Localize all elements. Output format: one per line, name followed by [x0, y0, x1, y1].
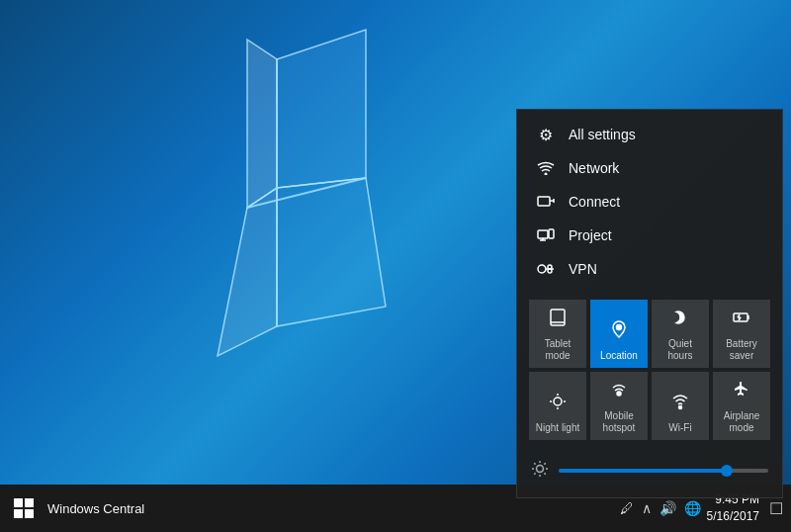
- menu-item-project[interactable]: Project: [517, 219, 782, 252]
- menu-item-network[interactable]: Network: [517, 151, 782, 185]
- quiet-hours-button[interactable]: Quiet hours: [652, 300, 709, 368]
- svg-line-46: [534, 473, 535, 474]
- battery-saver-label: Battery saver: [717, 338, 766, 362]
- battery-saver-button[interactable]: Battery saver: [713, 300, 770, 368]
- menu-item-connect-label: Connect: [569, 194, 620, 210]
- svg-rect-14: [538, 230, 548, 238]
- svg-rect-17: [549, 229, 554, 238]
- brightness-icon: [531, 460, 549, 482]
- project-icon: [537, 226, 555, 244]
- windows-logo-decoration: [119, 20, 435, 376]
- network-tray-icon[interactable]: 🌐: [684, 500, 701, 516]
- airplane-mode-icon: [732, 380, 751, 404]
- mobile-hotspot-button[interactable]: Mobile hotspot: [590, 372, 648, 440]
- wifi-icon: [670, 392, 690, 416]
- pen-icon[interactable]: 🖊: [620, 500, 634, 516]
- tablet-mode-label: Tablet mode: [533, 338, 582, 362]
- quick-actions-row-1: Tablet mode Location Qu: [529, 300, 770, 368]
- notification-center-icon[interactable]: ☐: [769, 499, 783, 518]
- svg-line-43: [534, 463, 535, 464]
- menu-item-vpn[interactable]: VPN: [517, 252, 782, 286]
- mobile-hotspot-icon: [609, 380, 629, 404]
- svg-line-45: [544, 463, 545, 464]
- svg-marker-3: [277, 178, 386, 326]
- svg-rect-11: [538, 197, 550, 206]
- menu-item-connect[interactable]: Connect: [517, 185, 782, 219]
- vpn-icon: [537, 260, 555, 278]
- volume-icon[interactable]: 🔊: [659, 500, 676, 516]
- night-light-label: Night light: [536, 422, 579, 434]
- network-icon: [537, 159, 555, 177]
- svg-point-38: [537, 466, 544, 473]
- action-center-panel: ⚙ All settings Network: [516, 109, 783, 498]
- svg-point-18: [538, 265, 546, 273]
- quick-actions-row-2: Night light Mobile hotspot: [529, 372, 770, 440]
- svg-rect-7: [25, 498, 34, 507]
- location-button[interactable]: Location: [590, 300, 648, 368]
- svg-rect-9: [25, 509, 34, 518]
- svg-point-31: [554, 398, 562, 405]
- brand-label: Windows Central: [47, 501, 144, 516]
- svg-point-24: [617, 325, 622, 330]
- svg-rect-6: [14, 498, 23, 507]
- quiet-hours-icon: [670, 308, 690, 332]
- brightness-slider[interactable]: [559, 469, 768, 473]
- start-button[interactable]: [8, 492, 40, 524]
- svg-marker-2: [218, 188, 277, 356]
- brightness-row: [517, 450, 782, 486]
- svg-point-10: [545, 173, 548, 176]
- wifi-label: Wi-Fi: [668, 422, 691, 434]
- system-tray-icons: 🖊 ∧ 🔊 🌐: [620, 500, 701, 516]
- quick-actions: Tablet mode Location Qu: [517, 294, 782, 450]
- settings-icon: ⚙: [537, 126, 555, 143]
- quiet-hours-label: Quiet hours: [656, 338, 705, 362]
- chevron-icon[interactable]: ∧: [642, 500, 652, 516]
- svg-line-44: [544, 473, 545, 474]
- battery-saver-icon: [732, 308, 751, 332]
- location-label: Location: [600, 350, 638, 362]
- action-center-menu: ⚙ All settings Network: [517, 110, 782, 294]
- night-light-icon: [548, 392, 568, 416]
- svg-point-21: [548, 269, 552, 273]
- tablet-mode-button[interactable]: Tablet mode: [529, 300, 586, 368]
- mobile-hotspot-label: Mobile hotspot: [594, 410, 644, 434]
- svg-rect-8: [14, 509, 23, 518]
- taskbar-left: Windows Central: [8, 492, 144, 524]
- svg-point-37: [679, 406, 682, 409]
- menu-item-all-settings-label: All settings: [569, 127, 636, 142]
- menu-item-network-label: Network: [569, 160, 619, 176]
- tablet-mode-icon: [548, 308, 568, 332]
- airplane-mode-button[interactable]: Airplane mode: [713, 372, 770, 440]
- wifi-button[interactable]: Wi-Fi: [652, 372, 709, 440]
- menu-item-all-settings[interactable]: ⚙ All settings: [517, 118, 782, 151]
- airplane-mode-label: Airplane mode: [717, 410, 766, 434]
- connect-icon: [537, 193, 555, 211]
- menu-item-vpn-label: VPN: [569, 261, 597, 277]
- menu-item-project-label: Project: [569, 227, 612, 243]
- night-light-button[interactable]: Night light: [529, 372, 586, 440]
- svg-marker-0: [247, 40, 277, 208]
- location-icon: [609, 319, 629, 344]
- clock-date: 5/16/2017: [707, 508, 759, 525]
- svg-point-36: [617, 392, 621, 396]
- svg-marker-1: [277, 30, 366, 188]
